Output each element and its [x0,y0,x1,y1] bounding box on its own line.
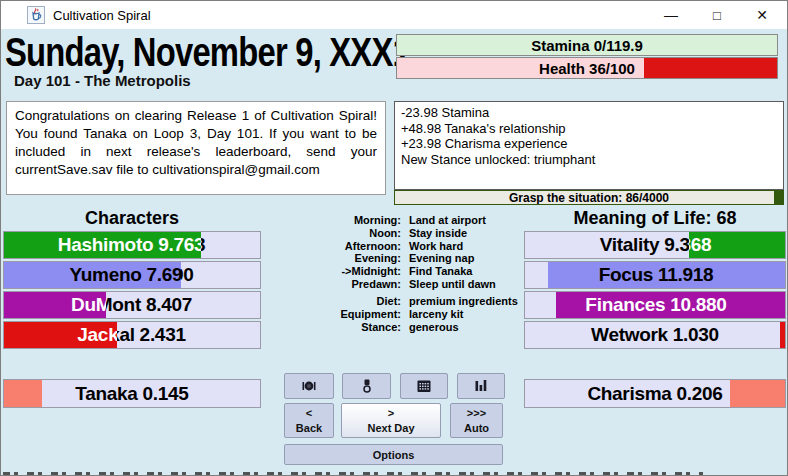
health-bar-fill: Health 36/100 [644,58,777,78]
stamina-bar: Stamina 0/119.9 Stamina 0/119.9 [396,34,778,56]
back-button[interactable]: < Back [284,403,334,438]
java-app-icon [27,6,45,24]
stat-bar-tanaka: Tanaka 0.145 Tanaka 0.145 [3,379,261,408]
schedule-row-value: Evening nap [409,252,509,265]
stat-bar-wetwork: Wetwork 1.030 Wetwork 1.030 [524,321,786,349]
app-window: Cultivation Spiral — □ ✕ Sunday, Novembe… [0,0,788,476]
schedule-row-value: Sleep until dawn [409,278,509,291]
stat-bar-hashimoto: Hashimoto 9.763 Hashimoto 9.763 [3,231,261,259]
schedule-row-value: Stay inside [409,227,509,240]
schedule-row-label: Stance: [289,321,401,334]
stat-bar-dumont: DuMont 8.407 DuMont 8.407 [3,291,261,319]
medal-icon [360,378,374,394]
result-line: +23.98 Charisma experience [401,136,777,152]
grasp-situation-label: Grasp the situation: 86/4000 [395,191,783,204]
result-line: New Stance unlocked: triumphant [401,152,777,168]
schedule-row-label: Diet: [289,295,401,308]
health-bar: Health 36/100 Health 36/100 [396,57,778,79]
chart-icon [473,378,489,394]
meaning-of-life-heading: Meaning of Life: 68 [524,208,786,229]
stat-bar-finances: Finances 10.880 Finances 10.880 [524,291,786,319]
options-button[interactable]: Options [284,444,503,465]
clipped-status-text [3,472,703,476]
schedule-row-value: larceny kit [409,308,518,321]
stats-button[interactable] [457,373,505,399]
close-button[interactable]: ✕ [742,1,782,29]
schedule-row-label: Evening: [289,252,401,265]
stat-bar-yumeno: Yumeno 7.690 Yumeno 7.690 [3,261,261,289]
result-line: +48.98 Tanaka's relationship [401,121,777,137]
back-arrow: < [306,407,312,419]
schedule-row-value: premium ingredients [409,295,518,308]
day-location-subheading: Day 101 - The Metropolis [14,72,191,89]
schedule-row-value: Work hard [409,240,509,253]
schedule-row-label: Afternoon: [289,240,401,253]
stat-bar-charisma: Charisma 0.206 Charisma 0.206 [524,379,786,408]
schedule-row-label: Predawn: [289,278,401,291]
result-line: -23.98 Stamina [401,105,777,121]
loadout-list: Diet:premium ingredientsEquipment:larcen… [289,295,509,333]
meal-icon [301,378,317,394]
next-day-arrow: > [388,407,394,419]
meal-button[interactable] [284,373,334,399]
date-heading: Sunday, November 9, XXX1 [5,32,410,73]
title-bar[interactable]: Cultivation Spiral — □ ✕ [1,1,787,29]
schedule-row-value: Find Tanaka [409,265,509,278]
calendar-button[interactable] [400,373,448,399]
daily-schedule-list: Morning:Land at airportNoon:Stay insideA… [289,214,509,291]
schedule-row-value: Land at airport [409,214,509,227]
schedule-row-label: Equipment: [289,308,401,321]
schedule-row-label: ->Midnight: [289,265,401,278]
grasp-situation-progressbar: Grasp the situation: 86/4000 Grasp the s… [394,190,784,205]
stat-bar-vitality: Vitality 9.368 Vitality 9.368 [524,231,786,259]
next-day-button[interactable]: > Next Day [341,403,441,438]
characters-heading: Characters [3,208,261,229]
stat-bar-focus: Focus 11.918 Focus 11.918 [524,261,786,289]
schedule-row-label: Noon: [289,227,401,240]
schedule-row-label: Morning: [289,214,401,227]
window-title: Cultivation Spiral [53,8,151,23]
achievements-button[interactable] [342,373,391,399]
minimize-button[interactable]: — [651,1,691,29]
day-results-textarea: -23.98 Stamina +48.98 Tanaka's relations… [394,101,784,190]
calendar-icon [416,378,432,394]
announcement-textarea: Congratulations on clearing Release 1 of… [6,101,386,195]
auto-button[interactable]: >>> Auto [450,403,503,438]
maximize-button[interactable]: □ [697,1,737,29]
stamina-bar-label: Stamina 0/119.9 [397,35,777,55]
auto-arrow: >>> [467,407,486,419]
stat-bar-jackal: Jackal 2.431 Jackal 2.431 [3,321,261,349]
grasp-situation-fill: Grasp the situation: 86/4000 [774,191,783,204]
schedule-row-value: generous [409,321,518,334]
